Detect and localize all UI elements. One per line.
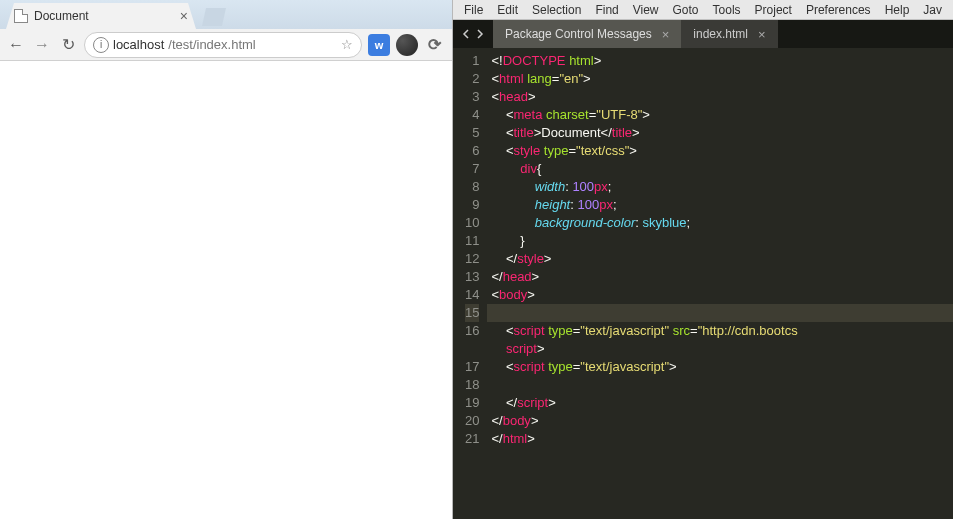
- editor-tab[interactable]: Package Control Messages×: [493, 20, 681, 48]
- line-number: 17: [465, 358, 479, 376]
- code-line[interactable]: <script type="text/javascript" src="http…: [487, 322, 953, 340]
- line-number: 15: [465, 304, 479, 322]
- line-number: 5: [465, 124, 479, 142]
- forward-button[interactable]: →: [32, 35, 52, 55]
- menu-item-find[interactable]: Find: [588, 1, 625, 19]
- line-number: 14: [465, 286, 479, 304]
- editor-window: FileEditSelectionFindViewGotoToolsProjec…: [453, 0, 953, 519]
- code-line[interactable]: }: [487, 232, 953, 250]
- line-number: 20: [465, 412, 479, 430]
- line-number: 12: [465, 250, 479, 268]
- close-icon[interactable]: ×: [758, 27, 766, 42]
- browser-window: Document × ← → ↻ i localhost/test/index.…: [0, 0, 453, 519]
- extension-refresh-icon[interactable]: ⟳: [424, 34, 446, 56]
- code-line[interactable]: <html lang="en">: [487, 70, 953, 88]
- url-host: localhost: [113, 37, 164, 52]
- new-tab-button[interactable]: [202, 8, 226, 26]
- menu-item-selection[interactable]: Selection: [525, 1, 588, 19]
- line-number: 16: [465, 322, 479, 340]
- code-line[interactable]: <body>: [487, 286, 953, 304]
- menu-item-goto[interactable]: Goto: [666, 1, 706, 19]
- menu-item-help[interactable]: Help: [878, 1, 917, 19]
- line-gutter: 123456789101112131415161718192021: [453, 48, 487, 519]
- address-bar[interactable]: i localhost/test/index.html ☆: [84, 32, 362, 58]
- browser-viewport[interactable]: [0, 61, 452, 519]
- editor-tab-label: index.html: [693, 27, 748, 41]
- line-number: 4: [465, 106, 479, 124]
- editor-tab[interactable]: index.html×: [681, 20, 777, 48]
- line-number: 11: [465, 232, 479, 250]
- code-line[interactable]: <meta charset="UTF-8">: [487, 106, 953, 124]
- menu-item-preferences[interactable]: Preferences: [799, 1, 878, 19]
- line-number: 7: [465, 160, 479, 178]
- editor-tab-label: Package Control Messages: [505, 27, 652, 41]
- chevron-right-icon: [475, 29, 485, 39]
- line-number: [465, 340, 479, 358]
- code-line[interactable]: <head>: [487, 88, 953, 106]
- menu-item-view[interactable]: View: [626, 1, 666, 19]
- line-number: 1: [465, 52, 479, 70]
- menu-item-jav[interactable]: Jav: [916, 1, 949, 19]
- back-button[interactable]: ←: [6, 35, 26, 55]
- line-number: 6: [465, 142, 479, 160]
- menu-item-tools[interactable]: Tools: [706, 1, 748, 19]
- code-line[interactable]: width: 100px;: [487, 178, 953, 196]
- menu-item-project[interactable]: Project: [748, 1, 799, 19]
- close-icon[interactable]: ×: [180, 9, 188, 23]
- code-source[interactable]: <!DOCTYPE html><html lang="en"><head> <m…: [487, 48, 953, 519]
- extension-spiral-icon[interactable]: [396, 34, 418, 56]
- code-line[interactable]: background-color: skyblue;: [487, 214, 953, 232]
- code-area[interactable]: 123456789101112131415161718192021 <!DOCT…: [453, 48, 953, 519]
- code-line[interactable]: <script type="text/javascript">: [487, 358, 953, 376]
- code-line[interactable]: </head>: [487, 268, 953, 286]
- browser-toolbar: ← → ↻ i localhost/test/index.html ☆ w ⟳: [0, 29, 452, 61]
- line-number: 13: [465, 268, 479, 286]
- browser-tabstrip: Document ×: [0, 0, 452, 29]
- code-line[interactable]: height: 100px;: [487, 196, 953, 214]
- line-number: 21: [465, 430, 479, 448]
- code-line[interactable]: <title>Document</title>: [487, 124, 953, 142]
- url-path: /test/index.html: [168, 37, 255, 52]
- chevron-left-icon: [461, 29, 471, 39]
- line-number: 2: [465, 70, 479, 88]
- editor-menubar: FileEditSelectionFindViewGotoToolsProjec…: [453, 0, 953, 20]
- editor-tabbar: Package Control Messages×index.html×: [453, 20, 953, 48]
- code-line[interactable]: </style>: [487, 250, 953, 268]
- tab-nav-arrows[interactable]: [453, 20, 493, 48]
- code-line[interactable]: [487, 376, 953, 394]
- code-line[interactable]: <style type="text/css">: [487, 142, 953, 160]
- line-number: 10: [465, 214, 479, 232]
- document-icon: [14, 9, 28, 23]
- line-number: 8: [465, 178, 479, 196]
- line-number: 3: [465, 88, 479, 106]
- close-icon[interactable]: ×: [662, 27, 670, 42]
- menu-item-edit[interactable]: Edit: [490, 1, 525, 19]
- code-line[interactable]: script>: [487, 340, 953, 358]
- line-number: 19: [465, 394, 479, 412]
- code-line[interactable]: </script>: [487, 394, 953, 412]
- code-line[interactable]: </html>: [487, 430, 953, 448]
- bookmark-star-icon[interactable]: ☆: [341, 37, 353, 52]
- line-number: 9: [465, 196, 479, 214]
- extension-w-icon[interactable]: w: [368, 34, 390, 56]
- browser-tab[interactable]: Document ×: [6, 3, 196, 29]
- menu-item-file[interactable]: File: [457, 1, 490, 19]
- site-info-icon[interactable]: i: [93, 37, 109, 53]
- code-line[interactable]: div{: [487, 160, 953, 178]
- code-line[interactable]: <!DOCTYPE html>: [487, 52, 953, 70]
- tab-title: Document: [34, 9, 89, 23]
- reload-button[interactable]: ↻: [58, 35, 78, 55]
- line-number: 18: [465, 376, 479, 394]
- code-line[interactable]: </body>: [487, 412, 953, 430]
- code-line[interactable]: [487, 304, 953, 322]
